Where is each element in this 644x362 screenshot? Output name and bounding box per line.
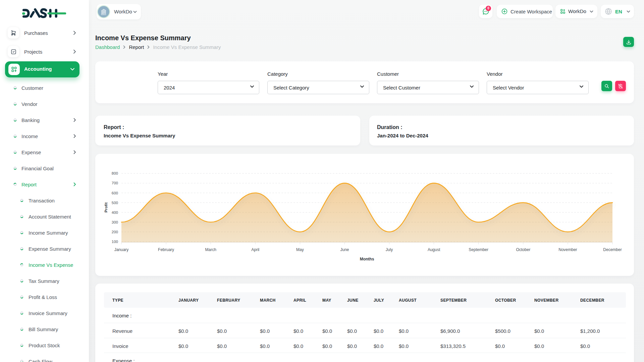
svg-text:February: February <box>158 247 174 252</box>
svg-text:800: 800 <box>112 171 118 175</box>
svg-text:600: 600 <box>112 191 118 195</box>
svg-text:June: June <box>340 247 349 252</box>
svg-text:September: September <box>469 247 488 252</box>
svg-text:April: April <box>251 247 259 252</box>
svg-text:October: October <box>516 247 530 252</box>
svg-text:500: 500 <box>112 201 118 205</box>
svg-text:100: 100 <box>112 240 118 244</box>
svg-text:August: August <box>428 247 440 252</box>
svg-text:January: January <box>114 247 129 252</box>
svg-text:May: May <box>296 247 304 252</box>
svg-text:July: July <box>386 247 393 252</box>
svg-text:300: 300 <box>112 220 118 224</box>
svg-text:Profit: Profit <box>104 202 108 213</box>
svg-text:Months: Months <box>360 257 374 261</box>
svg-text:November: November <box>558 247 577 252</box>
svg-text:400: 400 <box>112 210 118 215</box>
svg-text:200: 200 <box>112 230 118 234</box>
svg-text:700: 700 <box>112 181 118 185</box>
svg-text:December: December <box>603 247 622 252</box>
svg-text:March: March <box>205 247 216 252</box>
